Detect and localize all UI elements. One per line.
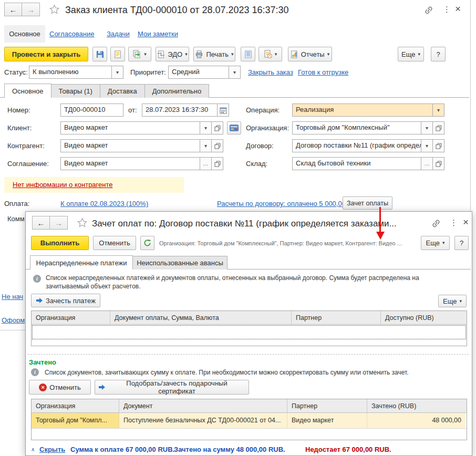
close-order-link[interactable]: Закрыть заказ [248, 68, 293, 76]
get-link-icon[interactable] [423, 6, 434, 15]
dropdown-icon[interactable]: ▾ [421, 140, 432, 152]
offset-payment-button[interactable]: Зачесть платеж [31, 294, 100, 307]
form-tabs: Основное Товары (1) Доставка Дополнитель… [4, 84, 209, 98]
print-button[interactable]: Печать ▾ [193, 47, 235, 61]
offset-table-empty-area[interactable] [32, 429, 467, 440]
unallocated-more-button[interactable]: Еще ▾ [438, 295, 467, 307]
forward-icon[interactable]: → [22, 3, 40, 16]
nav-tab-notes[interactable]: Мои заметки [138, 30, 178, 38]
create-based-on-button[interactable]: ▾ [128, 47, 151, 61]
dropdown-icon[interactable]: ▾ [111, 66, 123, 78]
payment-due-link[interactable]: К оплате 02.08.2023 (100%) [60, 200, 148, 208]
more-menu-icon[interactable]: ⋮ [443, 5, 451, 14]
close-icon[interactable]: × [463, 216, 469, 228]
dropdown-icon[interactable]: ▾ [421, 122, 432, 134]
cancel-offset-button[interactable]: × Отменить [29, 380, 91, 395]
dialog-help-button[interactable]: ? [454, 236, 469, 250]
refresh-button[interactable] [140, 236, 154, 250]
warehouse-select[interactable]: Склад бытовой техники … [292, 157, 444, 170]
cancel-button[interactable]: Отменить [93, 236, 136, 250]
open-item-icon[interactable] [432, 140, 444, 152]
row-partner-cell[interactable]: Видео маркет [287, 413, 367, 428]
clipped-link-bottom[interactable]: Оформ [2, 316, 25, 324]
tab-unallocated-payments[interactable]: Нераспределенные платежи [30, 255, 133, 270]
nav-tab-main[interactable]: Основное [4, 25, 45, 43]
favorite-star-icon[interactable] [49, 4, 60, 15]
counterparty-warning-link[interactable]: Нет информации о контрагенте [13, 181, 113, 189]
forward-icon[interactable]: → [50, 216, 68, 230]
nav-tab-tasks[interactable]: Задачи [107, 30, 130, 38]
contract-select[interactable]: Договор поставки №11 (график определ ▾ [292, 139, 444, 152]
execute-button[interactable]: Выполнить [31, 236, 89, 250]
help-button[interactable]: ? [431, 47, 446, 61]
collapse-caret-icon[interactable]: ∧ [31, 447, 35, 452]
row-document-cell[interactable]: Поступление безналичных ДС ТД00-000021 о… [119, 413, 287, 428]
date-input[interactable]: 28.07.2023 16:37:30 [142, 103, 229, 117]
open-item-icon[interactable] [211, 122, 223, 134]
post-document-button[interactable] [110, 47, 125, 61]
column-header[interactable]: Партнер [292, 311, 381, 324]
column-header[interactable]: Организация [32, 399, 119, 412]
client-select[interactable]: Видео маркет ▾ [60, 121, 223, 134]
tasks-button[interactable]: ▾ [258, 47, 282, 61]
save-button[interactable] [92, 47, 107, 61]
column-header[interactable]: Документ оплаты, Сумма, Валюта [110, 311, 292, 324]
form-tab-delivery[interactable]: Доставка [100, 84, 145, 98]
row-organization-cell[interactable]: Торговый дом "Компл... [32, 413, 119, 428]
counterparty-select[interactable]: Видео маркет ▾ [60, 139, 223, 152]
form-tab-main[interactable]: Основное [4, 84, 51, 98]
operation-select[interactable]: Реализация ▾ [292, 103, 444, 117]
column-header[interactable]: Партнер [287, 399, 367, 412]
edo-button[interactable]: ЭДО ▾ [156, 47, 189, 61]
dialog-more-button[interactable]: Еще ▾ [421, 236, 450, 250]
open-item-icon[interactable] [211, 158, 223, 170]
ellipsis-icon[interactable]: … [421, 158, 432, 170]
nav-tab-approval[interactable]: Согласование [49, 30, 94, 38]
column-header[interactable]: Документ [119, 399, 287, 412]
get-link-icon[interactable] [431, 219, 441, 228]
dropdown-icon[interactable]: ▾ [200, 140, 211, 152]
offset-table-row[interactable]: Торговый дом "Компл... Поступление безна… [32, 413, 467, 429]
dropdown-icon[interactable]: ▾ [200, 122, 211, 134]
organization-value: Торговый дом "Комплексный" [293, 122, 421, 134]
open-item-icon[interactable] [432, 158, 444, 170]
hide-totals-link[interactable]: Скрыть [39, 445, 65, 453]
organization-select[interactable]: Торговый дом "Комплексный" ▾ [292, 121, 444, 134]
more-menu-icon[interactable]: ⋮ [450, 218, 458, 227]
reports-button[interactable]: Отчеты ▾ [288, 47, 332, 61]
column-header[interactable]: Организация [32, 311, 110, 324]
ready-to-ship-link[interactable]: Готов к отгрузке [298, 68, 348, 76]
column-header[interactable]: Зачтено (RUB) [367, 399, 465, 412]
calendar-icon[interactable] [217, 104, 229, 116]
status-select[interactable]: К выполнению ▾ [29, 66, 123, 79]
close-icon[interactable]: × [455, 3, 461, 15]
back-icon[interactable]: ← [32, 216, 50, 230]
open-item-icon[interactable] [211, 140, 223, 152]
open-item-icon[interactable] [432, 122, 444, 134]
gift-certificate-button[interactable]: Подобрать/зачесть подарочный сертификат [95, 380, 249, 395]
tab-advances-label: Неиспользованные авансы [137, 259, 223, 267]
priority-select[interactable]: Средний ▾ [168, 66, 241, 79]
form-tab-extra[interactable]: Дополнительно [145, 84, 210, 98]
number-input[interactable]: ТД00-000010 [60, 103, 123, 117]
dropdown-icon[interactable]: ▾ [432, 104, 444, 116]
document-structure-button[interactable] [241, 47, 255, 61]
post-and-close-button[interactable]: Провести и закрыть [4, 47, 88, 61]
row-amount-cell[interactable]: 48 000,00 [367, 413, 465, 428]
back-icon[interactable]: ← [4, 3, 22, 16]
clipped-link-top[interactable]: Не нач [2, 293, 23, 300]
splitter-handle[interactable] [28, 354, 469, 356]
dropdown-icon[interactable]: ▾ [229, 66, 240, 78]
tab-unused-advances[interactable]: Неиспользованные авансы [133, 256, 227, 270]
contract-settlements-link[interactable]: Расчеты по договору: оплачено 5 000,00 R… [217, 200, 362, 208]
ellipsis-icon[interactable]: … [200, 158, 211, 170]
client-dossier-button[interactable] [227, 121, 241, 134]
more-button[interactable]: Еще ▾ [398, 47, 424, 61]
date-label: от: [128, 106, 137, 114]
favorite-star-icon[interactable] [77, 217, 88, 228]
column-header[interactable]: Доступно (RUB) [381, 311, 465, 324]
unallocated-table-body[interactable] [32, 325, 467, 346]
payment-offset-button[interactable]: Зачет оплаты [343, 196, 392, 210]
form-tab-goods[interactable]: Товары (1) [51, 84, 100, 98]
agreement-select[interactable]: Видео маркет … [60, 157, 223, 170]
